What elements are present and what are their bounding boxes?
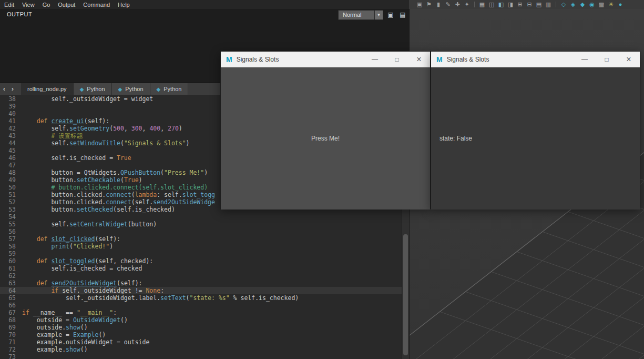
line-number: 44 [0, 139, 22, 147]
line-number: 42 [0, 125, 22, 132]
line-number: 71 [0, 338, 22, 346]
flag-icon[interactable]: ⚑ [425, 0, 433, 9]
menu-go[interactable]: Go [43, 2, 50, 8]
code-line[interactable]: 54 [0, 213, 409, 221]
layout-four-pane-icon[interactable]: ⊞ [516, 0, 524, 9]
layout-columns-icon[interactable]: ▥ [544, 0, 553, 9]
snap-point-icon[interactable]: ◆ [578, 0, 587, 9]
code-line[interactable]: 59 [0, 250, 409, 257]
line-number: 61 [0, 265, 22, 272]
window-titlebar[interactable]: M Signals & Slots — □ × [431, 52, 640, 67]
menu-edit[interactable]: Edit [4, 2, 14, 8]
line-number: 41 [0, 117, 22, 125]
line-number: 55 [0, 221, 22, 228]
layout-left-pane-icon[interactable]: ◧ [497, 0, 505, 9]
snap-grid-icon[interactable]: ◇ [559, 0, 568, 9]
tab-label: Python [163, 86, 181, 92]
code-line[interactable]: 73 [0, 353, 409, 359]
code-line[interactable]: 70 example = Example() [0, 331, 409, 338]
tab-label: rolling_node.py [27, 86, 67, 92]
tab-python-2[interactable]: ◆Python [112, 83, 150, 95]
line-number: 46 [0, 154, 22, 162]
code-line[interactable]: 55 self.setCentralWidget(button) [0, 221, 409, 228]
code-line[interactable]: 64 if self._outsideWidget != None: [0, 287, 409, 294]
layout-rows-icon[interactable]: ▤ [535, 0, 543, 9]
code-text: def create_ui(self): [22, 117, 109, 125]
code-text: button.clicked.connect(self.send2OutSide… [22, 198, 215, 206]
line-number: 64 [0, 287, 22, 294]
pencil-icon[interactable]: ✎ [444, 0, 452, 9]
snap-plane-icon[interactable]: ◉ [588, 0, 596, 9]
snap-curve-icon[interactable]: ◈ [569, 0, 577, 9]
line-number: 47 [0, 162, 22, 169]
code-line[interactable]: 60 def slot_toggled(self, checked): [0, 257, 409, 265]
code-line[interactable]: 63 def send2OutSideWidget(self): [0, 280, 409, 287]
bookmark-icon[interactable]: ▮ [434, 0, 443, 9]
layout-split-icon[interactable]: ⊟ [525, 0, 534, 9]
render-sphere-icon[interactable]: ● [616, 0, 625, 9]
tab-python-1[interactable]: ◆Python [74, 83, 112, 95]
code-line[interactable]: 71 example.outsideWidget = outside [0, 338, 409, 346]
line-number: 45 [0, 147, 22, 154]
tab-nav-forward-icon[interactable]: › [8, 83, 17, 95]
line-number: 63 [0, 280, 22, 287]
code-line[interactable]: 62 [0, 272, 409, 280]
code-text: button.clicked.connect(lambda: self.slot… [22, 191, 215, 198]
state-label: state: False [439, 135, 472, 142]
code-text: self.is_checked = True [22, 154, 131, 162]
code-line[interactable]: 66 [0, 302, 409, 309]
close-button[interactable]: × [408, 52, 430, 67]
layout-right-pane-icon[interactable]: ◨ [506, 0, 515, 9]
mode-dropdown[interactable]: Normal ▾ [338, 10, 383, 20]
output-label: OUTPUT [7, 11, 32, 17]
tab-nav-back-icon[interactable]: ‹ [0, 83, 8, 95]
press-me-button[interactable]: Press Me! [221, 67, 430, 210]
light-icon[interactable]: ✳ [607, 0, 615, 9]
code-line[interactable]: 65 self._outsideWidget.label.setText("st… [0, 294, 409, 302]
code-text: self.setWindowTitle("Signals & Slots") [22, 139, 190, 147]
window-titlebar[interactable]: M Signals & Slots — □ × [221, 52, 430, 67]
tab-label: Python [125, 86, 143, 92]
line-number: 70 [0, 331, 22, 338]
line-number: 66 [0, 302, 22, 309]
line-number: 56 [0, 228, 22, 235]
line-number: 50 [0, 184, 22, 191]
minimize-button[interactable]: — [574, 52, 596, 67]
code-line[interactable]: 56 [0, 228, 409, 235]
menu-command[interactable]: Command [83, 2, 110, 8]
save-icon[interactable]: ▣ [386, 11, 395, 19]
star-icon[interactable]: ✦ [463, 0, 471, 9]
layout-two-pane-icon[interactable]: ◫ [487, 0, 496, 9]
construction-history-icon[interactable]: ▩ [597, 0, 606, 9]
code-line[interactable]: 61 self.is_checked = checked [0, 265, 409, 272]
tab-python-3[interactable]: ◆Python [150, 83, 189, 95]
line-number: 48 [0, 169, 22, 176]
code-text: # button.clicked.connect(self.slot_click… [22, 184, 208, 191]
plus-icon[interactable]: ✚ [453, 0, 462, 9]
menu-help[interactable]: Help [118, 2, 130, 8]
menu-view[interactable]: View [22, 2, 35, 8]
layout-grid-icon[interactable]: ▦ [478, 0, 486, 9]
script-icon[interactable]: ▤ [398, 11, 407, 19]
code-line[interactable]: 68 outside = OutsideWidget() [0, 316, 409, 324]
menu-output[interactable]: Output [58, 2, 75, 8]
scrollbar-thumb[interactable] [403, 234, 408, 355]
code-text: self.setGeometry(500, 300, 400, 270) [22, 125, 182, 132]
code-line[interactable]: 57 def slot_clicked(self): [0, 235, 409, 243]
toolbar-separator [474, 2, 475, 7]
maximize-button[interactable]: □ [596, 52, 618, 67]
minimize-button[interactable]: — [364, 52, 386, 67]
code-line[interactable]: 58 print("Clicked!") [0, 243, 409, 250]
code-line[interactable]: 69 outside.show() [0, 324, 409, 331]
code-line[interactable]: 67if __name__ == "__main__": [0, 309, 409, 316]
line-number: 39 [0, 103, 22, 110]
code-text: def send2OutSideWidget(self): [22, 280, 142, 287]
code-text: button.setCheckable(True) [22, 176, 142, 184]
maximize-button[interactable]: □ [386, 52, 408, 67]
code-text: if self._outsideWidget != None: [22, 287, 164, 294]
code-line[interactable]: 72 example.show() [0, 346, 409, 353]
code-text: example = Example() [22, 331, 106, 338]
close-button[interactable]: × [618, 52, 640, 67]
tab-rolling-node[interactable]: rolling_node.py [21, 83, 74, 95]
frame-icon[interactable]: ▣ [415, 0, 424, 9]
